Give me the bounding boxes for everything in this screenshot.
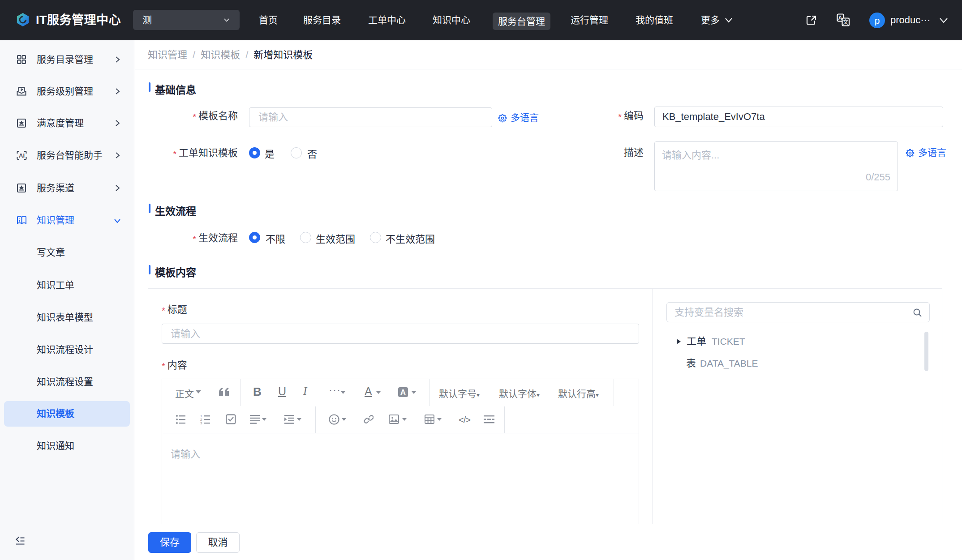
svg-text:AI: AI [19,152,25,159]
svg-text:A: A [400,388,406,397]
svg-text:3: 3 [200,421,202,425]
svg-text:文: 文 [843,19,848,26]
svg-text:A: A [838,15,842,21]
